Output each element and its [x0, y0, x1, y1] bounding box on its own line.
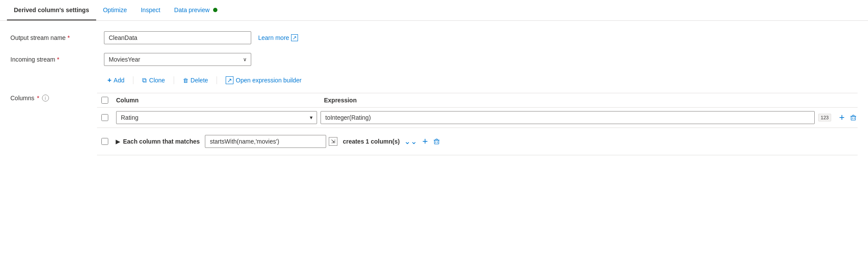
columns-required: * — [37, 95, 39, 102]
header-checkbox-cell — [97, 97, 113, 104]
svg-rect-4 — [434, 140, 439, 144]
data-preview-dot — [213, 8, 217, 12]
match-trash-icon — [433, 138, 440, 145]
learn-more-link[interactable]: Learn more ↗ — [258, 34, 298, 41]
rating-row: Rating ▼ 123 + — [97, 111, 858, 124]
clone-button[interactable]: Clone — [139, 75, 168, 86]
match-creates-label: creates 1 column(s) — [343, 138, 400, 145]
incoming-stream-select-wrapper: MoviesYear ∨ — [104, 53, 251, 66]
column-header: Column — [113, 97, 321, 104]
expression-input[interactable] — [321, 111, 815, 124]
add-button[interactable]: Add — [104, 75, 128, 86]
match-add-button[interactable]: + — [421, 135, 429, 148]
match-expand-icon[interactable]: ⇲ — [329, 137, 337, 146]
clone-icon — [142, 76, 147, 84]
table-header: Column Expression — [97, 93, 858, 108]
tab-inspect[interactable]: Inspect — [134, 0, 167, 20]
delete-row-button[interactable] — [849, 113, 858, 122]
toolbar-separator-2 — [174, 76, 174, 84]
columns-table: Column Expression Rating ▼ — [97, 93, 858, 155]
open-expression-icon — [226, 77, 233, 84]
columns-section: Columns * i Column Expression — [10, 93, 858, 155]
column-cell: Rating ▼ — [113, 111, 321, 124]
tab-bar: Derived column's settings Optimize Inspe… — [0, 0, 868, 21]
toolbar-separator-1 — [133, 76, 133, 84]
svg-rect-0 — [851, 116, 855, 120]
info-icon[interactable]: i — [42, 95, 49, 102]
output-stream-row: Output stream name * Learn more ↗ — [10, 31, 858, 44]
add-row-button[interactable]: + — [838, 111, 845, 124]
match-label: Each column that matches — [123, 138, 200, 145]
incoming-stream-select[interactable]: MoviesYear — [104, 53, 251, 66]
output-stream-input[interactable] — [104, 31, 251, 44]
incoming-stream-required: * — [57, 56, 59, 63]
columns-label: Columns * i — [10, 93, 97, 102]
match-delete-button[interactable] — [432, 137, 441, 146]
plus-icon — [107, 76, 111, 84]
tab-settings[interactable]: Derived column's settings — [7, 0, 96, 20]
tab-datapreview[interactable]: Data preview — [167, 0, 224, 20]
incoming-stream-label: Incoming stream * — [10, 56, 97, 63]
match-checkbox-cell — [97, 138, 113, 145]
table-row: Rating ▼ 123 + — [97, 108, 858, 128]
tab-optimize[interactable]: Optimize — [96, 0, 134, 20]
match-collapse-button[interactable]: ⌄⌄ — [403, 136, 418, 147]
expand-icon[interactable]: ▶ — [113, 138, 123, 145]
external-link-icon: ↗ — [291, 34, 298, 41]
output-stream-required: * — [68, 34, 70, 41]
delete-button[interactable]: Delete — [179, 75, 211, 85]
expression-badge: 123 — [818, 114, 831, 121]
match-expression-input[interactable] — [205, 135, 326, 148]
match-checkbox[interactable] — [101, 138, 108, 145]
incoming-stream-row: Incoming stream * MoviesYear ∨ — [10, 53, 858, 66]
match-row-container: ▶ Each column that matches ⇲ creates 1 c… — [97, 128, 858, 155]
match-row: ▶ Each column that matches ⇲ creates 1 c… — [97, 131, 858, 151]
column-select[interactable]: Rating — [116, 111, 317, 124]
row-checkbox[interactable] — [101, 114, 108, 121]
column-select-wrapper: Rating ▼ — [116, 111, 317, 124]
toolbar-separator-3 — [217, 76, 217, 84]
output-stream-label: Output stream name * — [10, 34, 97, 41]
row-checkbox-cell — [97, 114, 113, 121]
trash-row-icon — [850, 114, 857, 121]
expression-header: Expression — [321, 97, 858, 104]
columns-toolbar: Add Clone Delete Open expression builder — [104, 75, 858, 86]
match-actions: ⌄⌄ + — [403, 135, 441, 148]
open-expression-builder-button[interactable]: Open expression builder — [222, 75, 305, 85]
trash-icon — [183, 77, 188, 84]
expression-cell: 123 + — [321, 111, 858, 124]
header-checkbox[interactable] — [101, 97, 108, 104]
row-actions: + — [838, 111, 858, 124]
settings-content: Output stream name * Learn more ↗ Incomi… — [0, 21, 868, 166]
